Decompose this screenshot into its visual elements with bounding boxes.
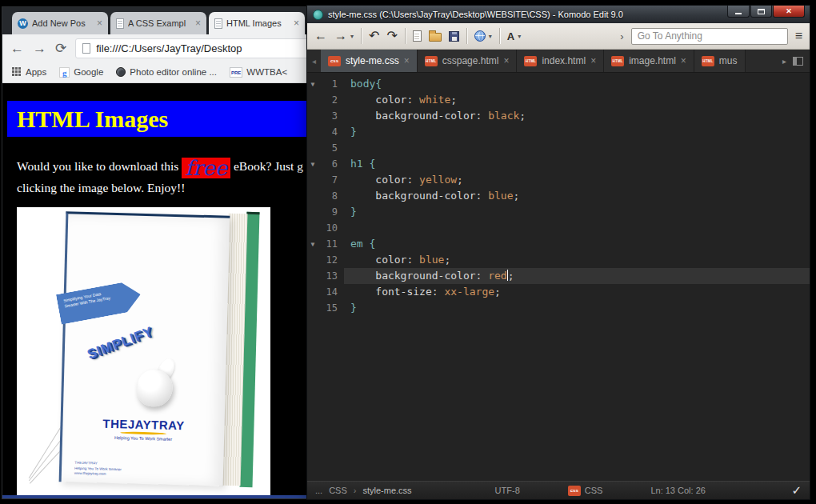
- gutter-line-4[interactable]: 4: [307, 124, 344, 140]
- tab-close-icon[interactable]: ×: [681, 55, 686, 66]
- page-paragraph: Would you like to download this free eBo…: [17, 157, 303, 197]
- browser-tab-css-example[interactable]: A CSS Exampl ×: [110, 12, 206, 34]
- editor-tab-image-html[interactable]: HTML image.html ×: [604, 50, 694, 72]
- save-icon[interactable]: [449, 31, 459, 42]
- minimize-button[interactable]: [727, 6, 750, 18]
- close-icon: ✕: [786, 7, 792, 15]
- font-dropdown-icon[interactable]: ▾: [518, 33, 521, 40]
- hamburger-menu-icon[interactable]: ≡: [795, 29, 802, 43]
- ebook-cover-image[interactable]: Simplifying Your Data Smarter With The J…: [17, 207, 270, 495]
- editor-tab-mus[interactable]: HTML mus: [694, 50, 746, 72]
- code-line-3[interactable]: background-color: black;: [344, 108, 810, 124]
- maximize-button[interactable]: [750, 6, 772, 18]
- fold-arrow-icon[interactable]: ▼: [307, 241, 318, 248]
- statusbar-filename[interactable]: style-me.css: [362, 486, 411, 495]
- gutter-line-3[interactable]: 3: [307, 108, 344, 124]
- code-token: :: [476, 190, 489, 202]
- tab-close-icon[interactable]: ×: [590, 55, 596, 66]
- code-token: :: [432, 286, 445, 298]
- browser-tab-add-new-post[interactable]: W Add New Pos ×: [12, 12, 108, 34]
- editor-tab-index-html[interactable]: HTML index.html ×: [517, 50, 604, 72]
- tab-scroll-left-icon[interactable]: ◂: [307, 50, 321, 72]
- code-token: [350, 254, 375, 266]
- code-line-14[interactable]: font-size: xx-large;: [344, 284, 810, 300]
- tab-label: csspage.html: [442, 55, 499, 66]
- redo-icon[interactable]: ↷: [386, 30, 397, 42]
- code-line-5[interactable]: [344, 140, 810, 156]
- back-icon[interactable]: ←: [10, 42, 24, 55]
- code-line-7[interactable]: color: yellow;: [344, 172, 810, 188]
- forward-icon[interactable]: →: [33, 42, 46, 55]
- font-menu-icon[interactable]: A: [507, 30, 514, 42]
- code-line-12[interactable]: color: blue;: [344, 252, 810, 268]
- statusbar-dots[interactable]: ...: [315, 486, 322, 495]
- gutter-line-7[interactable]: 7: [307, 172, 344, 188]
- goto-anything-input[interactable]: [631, 28, 788, 45]
- tab-close-icon[interactable]: ×: [195, 19, 201, 27]
- code-line-15[interactable]: }: [344, 300, 810, 316]
- tab-close-icon[interactable]: ×: [404, 55, 410, 66]
- syntax-check-icon[interactable]: ✓: [791, 483, 802, 498]
- komodo-titlebar[interactable]: style-me.css (C:\Users\JayTray\Desktop\W…: [307, 6, 810, 23]
- refresh-icon[interactable]: ⟳: [55, 42, 66, 55]
- fold-arrow-icon[interactable]: ▼: [307, 81, 318, 88]
- back-icon[interactable]: ←: [314, 30, 327, 42]
- code-line-2[interactable]: color: white;: [344, 92, 810, 108]
- code-area[interactable]: body{ color: white; background-color: bl…: [344, 73, 810, 481]
- code-line-1[interactable]: body{: [344, 76, 810, 92]
- gutter-line-14[interactable]: 14: [307, 284, 344, 300]
- code-editor[interactable]: ▼12345▼678910▼1112131415 body{ color: wh…: [307, 73, 810, 481]
- code-line-11[interactable]: em {: [344, 236, 810, 252]
- open-file-icon[interactable]: [429, 33, 442, 42]
- gutter-line-6[interactable]: ▼6: [307, 156, 344, 172]
- code-token: }: [350, 302, 357, 314]
- gutter-line-9[interactable]: 9: [307, 204, 344, 220]
- toolbar-overflow-icon[interactable]: ›: [620, 31, 623, 42]
- line-number: 5: [318, 142, 344, 154]
- statusbar-language-crumb[interactable]: CSS: [329, 486, 347, 495]
- code-line-10[interactable]: [344, 220, 810, 236]
- bookmark-apps[interactable]: Apps: [12, 67, 46, 77]
- forward-icon[interactable]: →: [334, 30, 347, 42]
- forward-dropdown-icon[interactable]: ▾: [350, 33, 354, 40]
- bookmark-photo-editor[interactable]: Photo editor online ...: [116, 67, 217, 77]
- tab-close-icon[interactable]: ×: [503, 55, 509, 66]
- preview-browser-icon[interactable]: [474, 30, 486, 42]
- gutter-line-12[interactable]: 12: [307, 252, 344, 268]
- statusbar-language[interactable]: css CSS: [568, 486, 603, 496]
- gutter-line-13[interactable]: 13: [307, 268, 344, 284]
- tab-scroll-right-icon[interactable]: ▸: [782, 57, 786, 66]
- close-button[interactable]: ✕: [773, 6, 805, 18]
- code-line-6[interactable]: h1 {: [344, 156, 810, 172]
- bookmark-wwtba[interactable]: PRE WWTBA<: [230, 67, 287, 78]
- gutter-line-8[interactable]: 8: [307, 188, 344, 204]
- tab-close-icon[interactable]: ×: [97, 19, 102, 27]
- code-line-8[interactable]: background-color: blue;: [344, 188, 810, 204]
- simplify-3d-text: SIMPLIFY: [85, 324, 155, 363]
- code-line-13[interactable]: background-color: red;: [344, 268, 810, 284]
- preview-dropdown-icon[interactable]: ▾: [489, 33, 492, 40]
- bookmark-label: WWTBA<: [246, 67, 287, 77]
- css-file-icon: css: [568, 486, 581, 496]
- gutter-line-15[interactable]: 15: [307, 300, 344, 316]
- statusbar-encoding[interactable]: UTF-8: [495, 486, 520, 495]
- undo-icon[interactable]: ↶: [369, 30, 379, 42]
- code-token: ;: [514, 190, 520, 202]
- gutter-line-2[interactable]: 2: [307, 92, 344, 108]
- code-line-9[interactable]: }: [344, 204, 810, 220]
- bookmark-google[interactable]: g Google: [59, 67, 103, 78]
- gutter-line-5[interactable]: 5: [307, 140, 344, 156]
- editor-tab-style-me-css[interactable]: css style-me.css ×: [321, 50, 418, 72]
- browser-tab-html-images[interactable]: HTML Images ×: [209, 12, 305, 34]
- split-panel-icon[interactable]: [793, 57, 803, 66]
- tab-close-icon[interactable]: ×: [294, 19, 299, 27]
- gutter-line-11[interactable]: ▼11: [307, 236, 344, 252]
- statusbar-cursor-position[interactable]: Ln: 13 Col: 26: [650, 486, 706, 495]
- new-file-icon[interactable]: [413, 30, 422, 42]
- gutter-line-1[interactable]: ▼1: [307, 76, 344, 92]
- line-number: 13: [318, 270, 344, 282]
- gutter-line-10[interactable]: 10: [307, 220, 344, 236]
- editor-tab-csspage-html[interactable]: HTML csspage.html ×: [418, 50, 518, 72]
- code-line-4[interactable]: }: [344, 124, 810, 140]
- fold-arrow-icon[interactable]: ▼: [307, 161, 318, 168]
